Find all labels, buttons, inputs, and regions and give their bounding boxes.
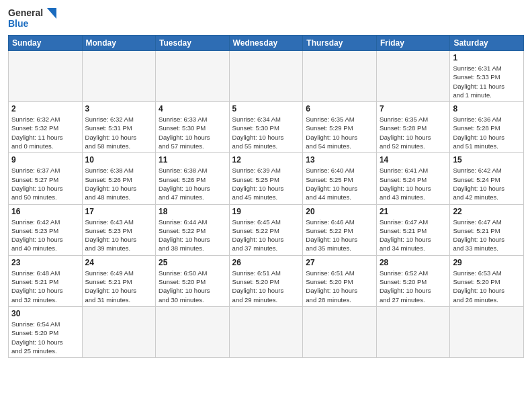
day-info: Sunrise: 6:43 AM Sunset: 5:23 PM Dayligh… xyxy=(85,218,153,253)
day-number: 17 xyxy=(85,207,153,216)
day-number: 9 xyxy=(11,155,79,165)
day-cell xyxy=(9,51,83,102)
svg-text:General: General xyxy=(8,7,43,18)
day-cell: 30Sunrise: 6:54 AM Sunset: 5:20 PM Dayli… xyxy=(9,306,83,357)
logo: GeneralBlue xyxy=(8,7,62,30)
header: GeneralBlue xyxy=(8,7,524,30)
day-cell: 10Sunrise: 6:38 AM Sunset: 5:26 PM Dayli… xyxy=(82,153,156,204)
day-number: 8 xyxy=(453,104,521,113)
day-number: 18 xyxy=(159,207,226,216)
day-cell: 7Sunrise: 6:35 AM Sunset: 5:28 PM Daylig… xyxy=(376,102,449,153)
day-cell: 29Sunrise: 6:53 AM Sunset: 5:20 PM Dayli… xyxy=(450,255,524,306)
day-info: Sunrise: 6:46 AM Sunset: 5:22 PM Dayligh… xyxy=(306,218,373,253)
day-number: 21 xyxy=(380,207,447,216)
day-cell: 18Sunrise: 6:44 AM Sunset: 5:22 PM Dayli… xyxy=(156,204,230,255)
day-info: Sunrise: 6:35 AM Sunset: 5:28 PM Dayligh… xyxy=(380,115,447,150)
day-cell xyxy=(156,306,230,357)
day-number: 29 xyxy=(453,258,521,267)
day-info: Sunrise: 6:38 AM Sunset: 5:26 PM Dayligh… xyxy=(159,166,226,201)
day-cell xyxy=(450,306,524,357)
day-info: Sunrise: 6:33 AM Sunset: 5:30 PM Dayligh… xyxy=(159,115,226,150)
day-cell: 9Sunrise: 6:37 AM Sunset: 5:27 PM Daylig… xyxy=(9,153,83,204)
day-number: 6 xyxy=(306,104,373,113)
day-info: Sunrise: 6:52 AM Sunset: 5:20 PM Dayligh… xyxy=(380,269,447,304)
day-cell: 4Sunrise: 6:33 AM Sunset: 5:30 PM Daylig… xyxy=(156,102,230,153)
day-info: Sunrise: 6:31 AM Sunset: 5:33 PM Dayligh… xyxy=(453,64,521,99)
day-number: 25 xyxy=(159,258,226,267)
day-cell: 13Sunrise: 6:40 AM Sunset: 5:25 PM Dayli… xyxy=(303,153,377,204)
day-number: 13 xyxy=(306,155,373,165)
weekday-saturday: Saturday xyxy=(450,36,524,51)
day-cell: 5Sunrise: 6:34 AM Sunset: 5:30 PM Daylig… xyxy=(229,102,303,153)
svg-marker-2 xyxy=(47,8,56,19)
day-cell: 8Sunrise: 6:36 AM Sunset: 5:28 PM Daylig… xyxy=(450,102,524,153)
day-cell: 27Sunrise: 6:51 AM Sunset: 5:20 PM Dayli… xyxy=(303,255,377,306)
day-info: Sunrise: 6:35 AM Sunset: 5:29 PM Dayligh… xyxy=(306,115,373,150)
day-number: 10 xyxy=(85,155,153,165)
day-info: Sunrise: 6:37 AM Sunset: 5:27 PM Dayligh… xyxy=(11,166,79,201)
day-cell xyxy=(303,306,377,357)
weekday-tuesday: Tuesday xyxy=(156,36,230,51)
day-number: 27 xyxy=(306,258,373,267)
weekday-header-row: SundayMondayTuesdayWednesdayThursdayFrid… xyxy=(9,36,524,51)
day-cell: 20Sunrise: 6:46 AM Sunset: 5:22 PM Dayli… xyxy=(303,204,377,255)
day-cell: 16Sunrise: 6:42 AM Sunset: 5:23 PM Dayli… xyxy=(9,204,83,255)
day-info: Sunrise: 6:42 AM Sunset: 5:24 PM Dayligh… xyxy=(453,166,521,201)
day-info: Sunrise: 6:51 AM Sunset: 5:20 PM Dayligh… xyxy=(306,269,373,304)
day-cell xyxy=(229,306,303,357)
day-number: 1 xyxy=(453,53,521,62)
day-cell: 26Sunrise: 6:51 AM Sunset: 5:20 PM Dayli… xyxy=(229,255,303,306)
day-number: 7 xyxy=(380,104,447,113)
day-number: 14 xyxy=(380,155,447,165)
calendar-table: SundayMondayTuesdayWednesdayThursdayFrid… xyxy=(8,35,524,358)
day-cell xyxy=(229,51,303,102)
day-cell: 12Sunrise: 6:39 AM Sunset: 5:25 PM Dayli… xyxy=(229,153,303,204)
day-number: 11 xyxy=(159,155,226,165)
day-info: Sunrise: 6:53 AM Sunset: 5:20 PM Dayligh… xyxy=(453,269,521,304)
day-number: 23 xyxy=(11,258,79,267)
day-number: 12 xyxy=(232,155,300,165)
day-number: 3 xyxy=(85,104,153,113)
weekday-friday: Friday xyxy=(376,36,449,51)
day-info: Sunrise: 6:50 AM Sunset: 5:20 PM Dayligh… xyxy=(159,269,226,304)
day-number: 19 xyxy=(232,207,300,216)
day-info: Sunrise: 6:38 AM Sunset: 5:26 PM Dayligh… xyxy=(85,166,153,201)
day-number: 15 xyxy=(453,155,521,165)
day-cell: 24Sunrise: 6:49 AM Sunset: 5:21 PM Dayli… xyxy=(82,255,156,306)
day-number: 22 xyxy=(453,207,521,216)
day-cell: 11Sunrise: 6:38 AM Sunset: 5:26 PM Dayli… xyxy=(156,153,230,204)
logo-icon: GeneralBlue xyxy=(8,7,62,30)
day-cell: 19Sunrise: 6:45 AM Sunset: 5:22 PM Dayli… xyxy=(229,204,303,255)
day-info: Sunrise: 6:42 AM Sunset: 5:23 PM Dayligh… xyxy=(11,218,79,253)
day-number: 2 xyxy=(11,104,79,113)
day-cell: 17Sunrise: 6:43 AM Sunset: 5:23 PM Dayli… xyxy=(82,204,156,255)
weekday-thursday: Thursday xyxy=(303,36,377,51)
week-row-3: 9Sunrise: 6:37 AM Sunset: 5:27 PM Daylig… xyxy=(9,153,524,204)
day-cell xyxy=(376,51,449,102)
weekday-wednesday: Wednesday xyxy=(229,36,303,51)
day-cell: 14Sunrise: 6:41 AM Sunset: 5:24 PM Dayli… xyxy=(376,153,449,204)
day-cell: 15Sunrise: 6:42 AM Sunset: 5:24 PM Dayli… xyxy=(450,153,524,204)
day-cell: 25Sunrise: 6:50 AM Sunset: 5:20 PM Dayli… xyxy=(156,255,230,306)
calendar-page: GeneralBlue SundayMondayTuesdayWednesday… xyxy=(0,0,532,411)
day-info: Sunrise: 6:47 AM Sunset: 5:21 PM Dayligh… xyxy=(380,218,447,253)
day-info: Sunrise: 6:36 AM Sunset: 5:28 PM Dayligh… xyxy=(453,115,521,150)
day-info: Sunrise: 6:45 AM Sunset: 5:22 PM Dayligh… xyxy=(232,218,300,253)
day-info: Sunrise: 6:32 AM Sunset: 5:31 PM Dayligh… xyxy=(85,115,153,150)
day-number: 5 xyxy=(232,104,300,113)
day-cell xyxy=(376,306,449,357)
day-cell: 2Sunrise: 6:32 AM Sunset: 5:32 PM Daylig… xyxy=(9,102,83,153)
day-info: Sunrise: 6:48 AM Sunset: 5:21 PM Dayligh… xyxy=(11,269,79,304)
day-number: 4 xyxy=(159,104,226,113)
weekday-sunday: Sunday xyxy=(9,36,83,51)
day-number: 26 xyxy=(232,258,300,267)
day-cell: 28Sunrise: 6:52 AM Sunset: 5:20 PM Dayli… xyxy=(376,255,449,306)
day-info: Sunrise: 6:44 AM Sunset: 5:22 PM Dayligh… xyxy=(159,218,226,253)
week-row-4: 16Sunrise: 6:42 AM Sunset: 5:23 PM Dayli… xyxy=(9,204,524,255)
svg-text:Blue: Blue xyxy=(8,18,29,29)
day-cell: 22Sunrise: 6:47 AM Sunset: 5:21 PM Dayli… xyxy=(450,204,524,255)
day-info: Sunrise: 6:41 AM Sunset: 5:24 PM Dayligh… xyxy=(380,166,447,201)
day-info: Sunrise: 6:51 AM Sunset: 5:20 PM Dayligh… xyxy=(232,269,300,304)
day-info: Sunrise: 6:34 AM Sunset: 5:30 PM Dayligh… xyxy=(232,115,300,150)
day-cell: 6Sunrise: 6:35 AM Sunset: 5:29 PM Daylig… xyxy=(303,102,377,153)
